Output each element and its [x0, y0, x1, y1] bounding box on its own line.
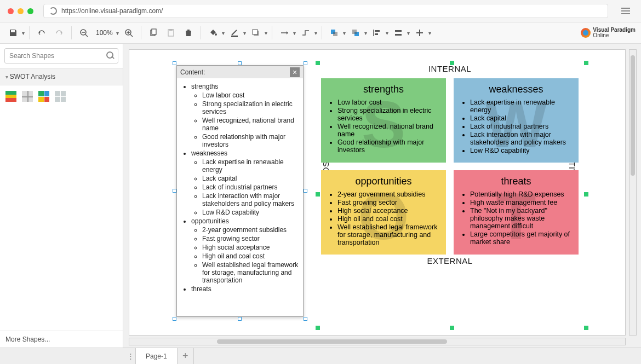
selection-handle[interactable] [316, 326, 320, 330]
page-tab-1[interactable]: Page-1 [136, 348, 178, 364]
list-item: Low labor cost [337, 99, 439, 106]
list-item: Well established legal framework for sto… [337, 223, 439, 246]
window-controls [8, 8, 33, 14]
quadrant-threats[interactable]: T threats Potentially high R&D expensesH… [454, 170, 579, 255]
shadow-button[interactable] [248, 25, 264, 41]
category-swot[interactable]: SWOT Analysis [0, 68, 123, 85]
list-item: Lack of industrial partners [470, 123, 572, 130]
waypoint-button[interactable] [298, 25, 313, 41]
shape-swot-cross[interactable] [22, 91, 33, 102]
list-item: Lack capital [470, 114, 572, 122]
search-icon[interactable] [106, 51, 114, 59]
canvas[interactable]: Content: × strengthsLow labor costStrong… [129, 49, 626, 336]
dropdown-icon[interactable]: ▾ [364, 30, 367, 36]
dropdown-icon[interactable]: ▾ [407, 30, 410, 36]
undo-button[interactable] [34, 25, 49, 41]
toolbar: ▾ 100% ▾ ▾ ▾ ▾ ▾ ▾ ▾ ▾ ▾ ▾ ▾ Visual Para… [0, 22, 641, 44]
url-bar[interactable]: https://online.visual-paradigm.com/ [43, 4, 608, 18]
paste-button[interactable] [163, 25, 179, 41]
page-tabs: ⋮ Page-1 + [0, 348, 641, 364]
reload-icon[interactable] [49, 7, 57, 15]
svg-rect-17 [333, 32, 337, 36]
content-editor-panel[interactable]: Content: × strengthsLow labor costStrong… [176, 65, 304, 317]
save-button[interactable] [5, 25, 21, 41]
to-back-button[interactable] [348, 25, 363, 41]
list-item: Lack interaction with major stakeholders… [470, 131, 572, 146]
shape-swot-grid-gray[interactable] [55, 91, 66, 102]
align-button[interactable] [369, 25, 385, 41]
quadrant-weaknesses[interactable]: W weaknesses Lack expertise in renewable… [454, 78, 579, 163]
browser-bar: https://online.visual-paradigm.com/ [0, 0, 641, 22]
content-item: Lack interaction with major stakeholders… [202, 192, 301, 207]
minimize-window-icon[interactable] [18, 8, 24, 14]
selection-handle[interactable] [584, 326, 588, 330]
selection-handle[interactable] [584, 61, 588, 65]
list-item: The "Not in my backyard" philosophy make… [470, 207, 572, 230]
tab-grip-icon[interactable]: ⋮ [126, 348, 136, 364]
brand-logo[interactable]: Visual Paradigm Online [581, 27, 636, 38]
add-button[interactable] [412, 25, 427, 41]
content-item: 2-year government subsidies [202, 226, 301, 234]
dropdown-icon[interactable]: ▾ [222, 30, 225, 36]
content-item: Strong specialization in electric servic… [202, 100, 301, 115]
shape-swot-rows[interactable] [5, 91, 16, 102]
axis-external: EXTERNAL [321, 256, 579, 265]
zoom-out-button[interactable] [76, 25, 91, 41]
dropdown-icon[interactable]: ▾ [265, 30, 267, 36]
dropdown-icon[interactable]: ▾ [314, 30, 317, 36]
content-section: strengthsLow labor costStrong specializa… [191, 83, 301, 148]
svg-rect-12 [231, 36, 238, 37]
selection-handle[interactable] [316, 192, 320, 197]
copy-button[interactable] [146, 25, 161, 41]
list-item: Potentially high R&D expenses [470, 190, 572, 198]
close-icon[interactable]: × [290, 67, 300, 77]
search-shapes-input[interactable] [4, 48, 118, 63]
zoom-level[interactable]: 100% [94, 29, 115, 37]
zoom-in-button[interactable] [121, 25, 136, 41]
quadrant-strengths[interactable]: S strengths Low labor costStrong special… [321, 78, 446, 163]
svg-line-4 [130, 34, 133, 37]
quadrant-opportunities[interactable]: O opportunities 2-year government subsid… [321, 170, 446, 255]
content-section: weaknessesLack expertise in renewable en… [191, 149, 301, 216]
vertical-scrollbar[interactable] [629, 49, 637, 336]
shape-palette [0, 85, 123, 107]
menu-button[interactable] [618, 4, 633, 18]
content-item: Fast growing sector [202, 235, 301, 242]
close-window-icon[interactable] [8, 8, 14, 14]
dropdown-icon[interactable]: ▾ [386, 30, 388, 36]
dropdown-icon[interactable]: ▾ [343, 30, 346, 36]
dropdown-icon[interactable]: ▾ [116, 30, 119, 36]
quadrant-title: strengths [328, 84, 439, 95]
to-front-button[interactable] [327, 25, 342, 41]
swot-diagram[interactable]: INTERNAL POSITIVE NEGATIVE S strengths L… [321, 64, 579, 255]
line-color-button[interactable] [227, 25, 242, 41]
svg-rect-10 [169, 29, 173, 31]
svg-rect-8 [152, 29, 156, 34]
selection-handle[interactable] [450, 326, 454, 330]
dropdown-icon[interactable]: ▾ [243, 30, 246, 36]
list-item: High social acceptance [337, 207, 439, 215]
redo-button[interactable] [51, 25, 67, 41]
quadrant-title: opportunities [328, 176, 439, 187]
svg-rect-22 [375, 33, 378, 35]
selection-handle[interactable] [584, 192, 588, 197]
content-item: Lack expertise in renewable energy [202, 158, 301, 174]
distribute-button[interactable] [391, 25, 406, 41]
dropdown-icon[interactable]: ▾ [293, 30, 296, 36]
fill-color-button[interactable] [205, 25, 221, 41]
dropdown-icon[interactable]: ▾ [428, 30, 431, 36]
delete-button[interactable] [181, 25, 196, 41]
more-shapes-button[interactable]: More Shapes... [0, 331, 123, 348]
list-item: Fast growing sector [337, 199, 439, 206]
selection-handle[interactable] [316, 61, 320, 65]
axis-internal: INTERNAL [321, 64, 579, 73]
connector-button[interactable] [277, 25, 292, 41]
svg-rect-23 [395, 30, 402, 32]
dropdown-icon[interactable]: ▾ [22, 30, 25, 36]
content-item: Low R&D capability [202, 209, 301, 216]
horizontal-scrollbar[interactable] [129, 338, 626, 345]
maximize-window-icon[interactable] [27, 8, 33, 14]
add-page-button[interactable]: + [178, 348, 194, 364]
content-editor-body[interactable]: strengthsLow labor costStrong specializa… [177, 78, 303, 316]
shape-swot-grid-color[interactable] [38, 91, 49, 102]
